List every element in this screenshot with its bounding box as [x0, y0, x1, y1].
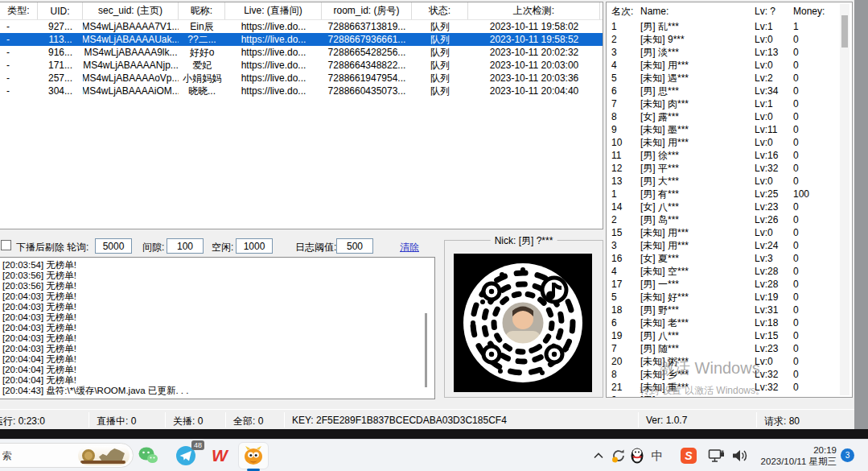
statusbar-divider	[638, 412, 639, 428]
log-scrollbar-thumb[interactable]	[425, 313, 427, 387]
rank-row[interactable]: 6 [未知] 老*** Lv:18 0	[607, 316, 852, 329]
rank-row[interactable]: 9 [未知] 墨*** Lv:11 0	[607, 123, 852, 136]
rank-row[interactable]: 19 [男] 八*** Lv:15 0	[607, 329, 852, 342]
rank-row[interactable]: 16 [女] 夏*** Lv:3 0	[607, 252, 852, 265]
desktop-background-strip	[0, 429, 868, 439]
qq-tray-icon[interactable]	[627, 444, 647, 468]
room-row[interactable]: - 927... MS4wLjABAAAA7V1... Ein辰 https:/…	[0, 20, 603, 33]
rank-row[interactable]: 8 [未知] 乡*** Lv:32 0	[607, 368, 852, 381]
rank-row[interactable]: 4 [未知] 用*** Lv:0 0	[607, 59, 852, 72]
rank-row[interactable]: 1 [男] 有*** Lv:25 100	[607, 188, 852, 200]
rank-name-cell: [未知] 粥***	[640, 355, 755, 369]
room-live-url-cell: https://live.do...	[225, 47, 322, 58]
rank-row[interactable]: 17 [男] 一*** Lv:28 0	[607, 278, 852, 291]
rank-row[interactable]: 12 [男] 平*** Lv:32 0	[607, 162, 852, 175]
network-tray-icon[interactable]	[706, 444, 727, 468]
rank-level-cell: Lv:32	[755, 382, 793, 393]
col-header-lastcheck[interactable]: 上次检测:	[468, 2, 600, 19]
rank-level-cell: Lv:24	[755, 240, 793, 251]
room-row[interactable]: - 171... MS4wLjABAAAANjp... 爱妃 https://l…	[0, 59, 603, 72]
rank-name-cell: [未知] 老***	[640, 316, 755, 330]
room-row[interactable]: - 257... MS4wLjABAAAAoVp... 小娟妈妈 https:/…	[0, 72, 603, 85]
rank-row[interactable]: 3 [未知] 用*** Lv:24 0	[607, 239, 852, 252]
room-status-cell: 队列	[412, 33, 468, 47]
rank-row[interactable]: 14 [女] 八*** Lv:23 0	[607, 200, 852, 213]
rank-row[interactable]: 9 [男]	[607, 394, 852, 398]
rank-row[interactable]: 2 [未知] 9*** Lv:0 0	[607, 33, 852, 46]
taskbar-search[interactable]: 索	[0, 443, 134, 468]
rank-name-cell: [女] 八***	[640, 200, 755, 214]
room-id-cell: 7288660435073...	[322, 85, 412, 97]
col-header-uid[interactable]: UID:	[38, 2, 83, 19]
rank-row[interactable]: 21 [未知] 重*** Lv:32 0	[607, 381, 852, 394]
rank-row[interactable]: 5 [未知] 好*** Lv:19 0	[607, 291, 852, 304]
log-line: [20:04:03] 无榜单!	[2, 291, 434, 302]
telegram-icon[interactable]: 48	[174, 444, 198, 468]
rank-row[interactable]: 13 [男] 大*** Lv:0 0	[607, 175, 852, 188]
room-row[interactable]: - 113... MS4wLjABAAAAUak... ??二... https…	[0, 33, 603, 46]
rooms-table-header: 类型: UID: sec_uid: (主页) 昵称: Live: (直播间) r…	[0, 2, 603, 20]
log-threshold-label: 日志阈值:	[295, 241, 336, 254]
rank-row[interactable]: 18 [男] 野*** Lv:31 0	[607, 304, 852, 316]
col-header-live[interactable]: Live: (直播间)	[225, 2, 322, 19]
rank-cell: 5	[607, 291, 640, 303]
search-highlight-image[interactable]	[78, 446, 130, 465]
rank-scrollbar-thumb[interactable]	[841, 15, 848, 48]
rank-row[interactable]: 10 [未知] 用*** Lv:0 0	[607, 136, 852, 149]
active-app-button[interactable]	[238, 442, 269, 469]
status-key: KEY: 2F5E289F1B837BCECDABA03D3C185CF4	[292, 415, 507, 426]
room-row[interactable]: - 304... MS4wLjABAAAAiOM... 晓晓... https:…	[0, 85, 603, 97]
col-header-secuid[interactable]: sec_uid: (主页)	[83, 2, 179, 19]
rank-level-cell: Lv:34	[755, 85, 793, 97]
rank-row[interactable]: 7 [未知] 肉*** Lv:1 0	[607, 97, 852, 110]
rank-row[interactable]: 1 [男] 乱*** Lv:1 1	[607, 20, 852, 33]
statusbar-divider	[165, 412, 166, 428]
remove-after-checkbox[interactable]	[1, 240, 11, 250]
rank-row[interactable]: 6 [男] 思*** Lv:34 0	[607, 85, 852, 97]
log-time: [20:04:04]	[2, 375, 43, 385]
rank-row[interactable]: 20 [未知] 粥*** Lv:0 0	[607, 355, 852, 368]
rank-cell: 9	[607, 124, 640, 135]
rank-money-cell: 0	[793, 72, 832, 84]
wechat-icon[interactable]	[136, 444, 160, 468]
col-header-type[interactable]: 类型:	[0, 2, 38, 19]
rank-row[interactable]: 3 [男] 淡*** Lv:13 0	[607, 46, 852, 59]
room-uid-cell: 113...	[38, 34, 83, 45]
log-message: 无榜单!	[46, 333, 76, 343]
notification-badge[interactable]: 3	[841, 448, 854, 462]
col-header-roomid[interactable]: room_id: (房号)	[322, 2, 412, 19]
rank-row[interactable]: 7 [男] 随*** Lv:23 0	[607, 342, 852, 355]
volume-tray-icon[interactable]	[729, 444, 750, 468]
wps-icon[interactable]: W	[208, 444, 232, 468]
rank-money-cell: 0	[793, 124, 832, 135]
rank-row[interactable]: 11 [男] 徐*** Lv:16 0	[607, 149, 852, 162]
rank-level-cell: Lv:15	[755, 330, 793, 341]
rank-row[interactable]: 8 [女] 露*** Lv:0 0	[607, 110, 852, 123]
rank-name-cell: [未知] 用***	[640, 59, 755, 72]
rank-row[interactable]: 15 [未知] 用*** Lv:0 0	[607, 226, 852, 239]
room-secuid-cell: MS4wLjABAAAA7V1...	[83, 21, 179, 32]
poll-input[interactable]	[95, 238, 132, 254]
rank-cell: 1	[607, 21, 640, 32]
screen: 类型: UID: sec_uid: (主页) 昵称: Live: (直播间) r…	[0, 0, 868, 471]
col-header-nickname[interactable]: 昵称:	[179, 2, 225, 19]
idle-input[interactable]	[236, 238, 273, 254]
room-row[interactable]: - 916... MS4wLjABAAAA9lk... 好好o https://…	[0, 46, 603, 59]
rank-row[interactable]: 2 [男] 岛*** Lv:26 0	[607, 213, 852, 226]
log-threshold-input[interactable]	[336, 238, 373, 254]
sync-tray-icon[interactable]	[609, 444, 628, 468]
col-header-status[interactable]: 状态:	[412, 2, 468, 19]
rank-level-cell: Lv:11	[755, 124, 793, 135]
ime-tray-icon[interactable]: 中	[648, 444, 667, 468]
gap-input[interactable]	[167, 238, 204, 254]
sogou-tray-icon[interactable]: S	[678, 444, 699, 468]
taskbar-clock[interactable]: 20:19 2023/10/11 星期三	[748, 444, 837, 467]
tray-chevron-up-icon[interactable]	[590, 444, 607, 468]
gap-label: 间隙:	[142, 241, 164, 254]
rank-name-cell: [男]	[640, 394, 755, 399]
rank-scrollbar[interactable]	[840, 4, 849, 395]
rank-row[interactable]: 5 [未知] 遇*** Lv:2 0	[607, 72, 852, 85]
rank-row[interactable]: 4 [未知] 空*** Lv:28 0	[607, 265, 852, 278]
log-output[interactable]: [20:03:54] 无榜单! [20:03:56] 无榜单! [20:03:5…	[0, 257, 435, 399]
clear-log-link[interactable]: 清除	[400, 241, 419, 254]
